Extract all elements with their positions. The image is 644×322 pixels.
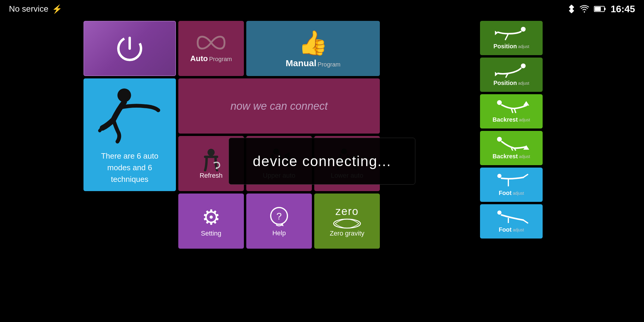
connecting-text: device connecting... [253,153,391,169]
connecting-dialog: device connecting... [229,138,415,185]
connecting-overlay: device connecting... [0,0,644,322]
